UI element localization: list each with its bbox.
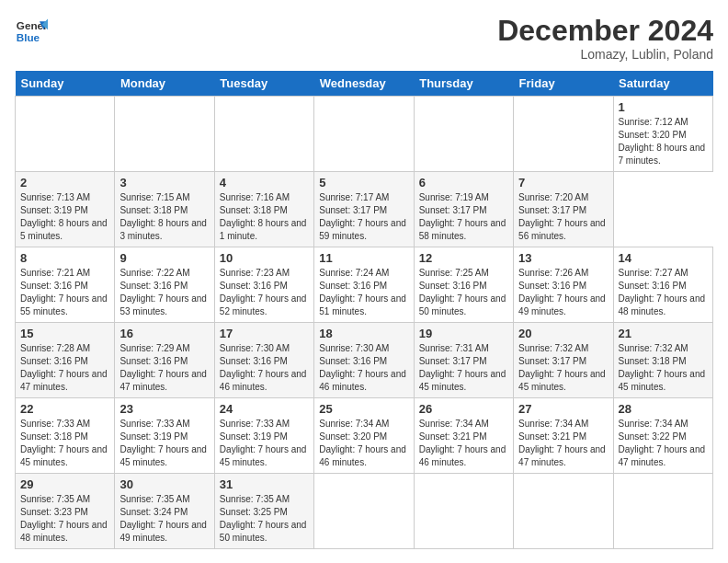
day-number: 18 [319, 327, 408, 340]
day-of-week-header: Monday [115, 71, 214, 97]
day-info: Sunrise: 7:17 AMSunset: 3:17 PMDaylight:… [319, 191, 408, 243]
calendar-cell: 15Sunrise: 7:28 AMSunset: 3:16 PMDayligh… [16, 323, 115, 398]
day-number: 20 [518, 327, 608, 340]
day-info: Sunrise: 7:30 AMSunset: 3:16 PMDaylight:… [220, 342, 309, 394]
day-info: Sunrise: 7:21 AMSunset: 3:16 PMDaylight:… [20, 267, 109, 318]
day-number: 2 [20, 176, 109, 190]
calendar-cell: 27Sunrise: 7:34 AMSunset: 3:21 PMDayligh… [514, 398, 613, 474]
calendar-cell: 3Sunrise: 7:15 AMSunset: 3:18 PMDaylight… [115, 172, 214, 247]
day-number: 17 [220, 327, 309, 340]
calendar-week-row: 29Sunrise: 7:35 AMSunset: 3:23 PMDayligh… [16, 474, 713, 549]
calendar-cell-empty [314, 97, 414, 172]
calendar-cell: 31Sunrise: 7:35 AMSunset: 3:25 PMDayligh… [214, 474, 313, 549]
page-header: General Blue December 2024 Lomazy, Lubli… [15, 15, 713, 62]
day-info: Sunrise: 7:32 AMSunset: 3:18 PMDaylight:… [619, 342, 708, 394]
calendar-cell: 10Sunrise: 7:23 AMSunset: 3:16 PMDayligh… [214, 247, 313, 323]
day-number: 14 [619, 251, 708, 265]
day-info: Sunrise: 7:15 AMSunset: 3:18 PMDaylight:… [119, 191, 209, 243]
day-info: Sunrise: 7:33 AMSunset: 3:19 PMDaylight:… [220, 418, 309, 469]
calendar-week-row: 15Sunrise: 7:28 AMSunset: 3:16 PMDayligh… [16, 323, 713, 398]
day-number: 31 [220, 477, 309, 491]
day-info: Sunrise: 7:33 AMSunset: 3:19 PMDaylight:… [119, 418, 209, 469]
calendar-cell-empty [414, 474, 513, 549]
day-number: 22 [20, 402, 109, 416]
day-of-week-header: Thursday [414, 71, 513, 97]
calendar-cell-empty [613, 474, 712, 549]
day-number: 19 [419, 327, 508, 340]
day-number: 12 [419, 251, 508, 265]
day-info: Sunrise: 7:24 AMSunset: 3:16 PMDaylight:… [319, 267, 408, 318]
calendar-cell-empty [314, 474, 414, 549]
day-number: 26 [419, 402, 508, 416]
calendar-cell: 12Sunrise: 7:25 AMSunset: 3:16 PMDayligh… [414, 247, 513, 323]
day-number: 6 [419, 176, 508, 190]
calendar-cell: 21Sunrise: 7:32 AMSunset: 3:18 PMDayligh… [613, 323, 712, 398]
calendar-week-row: 2Sunrise: 7:13 AMSunset: 3:19 PMDaylight… [16, 172, 713, 247]
logo-icon: General Blue [15, 15, 48, 48]
calendar-cell: 26Sunrise: 7:34 AMSunset: 3:21 PMDayligh… [414, 398, 513, 474]
day-info: Sunrise: 7:27 AMSunset: 3:16 PMDaylight:… [619, 267, 708, 318]
day-number: 21 [619, 327, 708, 340]
day-info: Sunrise: 7:32 AMSunset: 3:17 PMDaylight:… [518, 342, 608, 394]
day-number: 25 [319, 402, 408, 416]
calendar-table: SundayMondayTuesdayWednesdayThursdayFrid… [15, 71, 713, 549]
day-info: Sunrise: 7:34 AMSunset: 3:21 PMDaylight:… [518, 418, 608, 469]
day-info: Sunrise: 7:34 AMSunset: 3:21 PMDaylight:… [419, 418, 508, 469]
calendar-cell: 24Sunrise: 7:33 AMSunset: 3:19 PMDayligh… [214, 398, 313, 474]
day-info: Sunrise: 7:30 AMSunset: 3:16 PMDaylight:… [319, 342, 408, 394]
day-info: Sunrise: 7:28 AMSunset: 3:16 PMDaylight:… [20, 342, 109, 394]
day-number: 1 [619, 100, 708, 114]
calendar-cell-empty [16, 97, 115, 172]
calendar-cell: 8Sunrise: 7:21 AMSunset: 3:16 PMDaylight… [16, 247, 115, 323]
calendar-cell: 5Sunrise: 7:17 AMSunset: 3:17 PMDaylight… [314, 172, 414, 247]
day-info: Sunrise: 7:13 AMSunset: 3:19 PMDaylight:… [20, 191, 109, 243]
day-info: Sunrise: 7:31 AMSunset: 3:17 PMDaylight:… [419, 342, 508, 394]
day-info: Sunrise: 7:35 AMSunset: 3:23 PMDaylight:… [20, 493, 109, 545]
calendar-cell-empty [514, 474, 613, 549]
calendar-week-row: 22Sunrise: 7:33 AMSunset: 3:18 PMDayligh… [16, 398, 713, 474]
calendar-cell: 25Sunrise: 7:34 AMSunset: 3:20 PMDayligh… [314, 398, 414, 474]
calendar-header-row: SundayMondayTuesdayWednesdayThursdayFrid… [16, 71, 713, 97]
location: Lomazy, Lublin, Poland [497, 47, 713, 62]
calendar-cell: 18Sunrise: 7:30 AMSunset: 3:16 PMDayligh… [314, 323, 414, 398]
month-title: December 2024 [497, 15, 713, 47]
day-number: 10 [220, 251, 309, 265]
calendar-cell: 20Sunrise: 7:32 AMSunset: 3:17 PMDayligh… [514, 323, 613, 398]
calendar-body: 1Sunrise: 7:12 AMSunset: 3:20 PMDaylight… [16, 97, 713, 549]
calendar-cell-empty [214, 97, 313, 172]
day-number: 16 [119, 327, 209, 340]
day-number: 28 [619, 402, 708, 416]
day-info: Sunrise: 7:34 AMSunset: 3:22 PMDaylight:… [619, 418, 708, 469]
calendar-cell-empty [514, 97, 613, 172]
day-number: 7 [518, 176, 608, 190]
day-of-week-header: Friday [514, 71, 613, 97]
calendar-cell: 22Sunrise: 7:33 AMSunset: 3:18 PMDayligh… [16, 398, 115, 474]
calendar-cell: 6Sunrise: 7:19 AMSunset: 3:17 PMDaylight… [414, 172, 513, 247]
day-info: Sunrise: 7:34 AMSunset: 3:20 PMDaylight:… [319, 418, 408, 469]
day-of-week-header: Tuesday [214, 71, 313, 97]
day-info: Sunrise: 7:12 AMSunset: 3:20 PMDaylight:… [619, 116, 708, 167]
calendar-cell: 11Sunrise: 7:24 AMSunset: 3:16 PMDayligh… [314, 247, 414, 323]
svg-text:Blue: Blue [17, 31, 40, 43]
day-of-week-header: Saturday [613, 71, 712, 97]
day-of-week-header: Sunday [16, 71, 115, 97]
day-info: Sunrise: 7:35 AMSunset: 3:25 PMDaylight:… [220, 493, 309, 545]
day-number: 13 [518, 251, 608, 265]
logo: General Blue [15, 15, 48, 48]
day-number: 8 [20, 251, 109, 265]
day-number: 23 [119, 402, 209, 416]
calendar-cell: 19Sunrise: 7:31 AMSunset: 3:17 PMDayligh… [414, 323, 513, 398]
calendar-cell: 28Sunrise: 7:34 AMSunset: 3:22 PMDayligh… [613, 398, 712, 474]
day-info: Sunrise: 7:25 AMSunset: 3:16 PMDaylight:… [419, 267, 508, 318]
calendar-cell: 4Sunrise: 7:16 AMSunset: 3:18 PMDaylight… [214, 172, 313, 247]
day-number: 5 [319, 176, 408, 190]
calendar-cell: 30Sunrise: 7:35 AMSunset: 3:24 PMDayligh… [115, 474, 214, 549]
day-number: 3 [119, 176, 209, 190]
calendar-cell: 7Sunrise: 7:20 AMSunset: 3:17 PMDaylight… [514, 172, 613, 247]
calendar-cell: 9Sunrise: 7:22 AMSunset: 3:16 PMDaylight… [115, 247, 214, 323]
day-info: Sunrise: 7:33 AMSunset: 3:18 PMDaylight:… [20, 418, 109, 469]
day-info: Sunrise: 7:35 AMSunset: 3:24 PMDaylight:… [119, 493, 209, 545]
day-info: Sunrise: 7:22 AMSunset: 3:16 PMDaylight:… [119, 267, 209, 318]
day-number: 11 [319, 251, 408, 265]
day-info: Sunrise: 7:20 AMSunset: 3:17 PMDaylight:… [518, 191, 608, 243]
